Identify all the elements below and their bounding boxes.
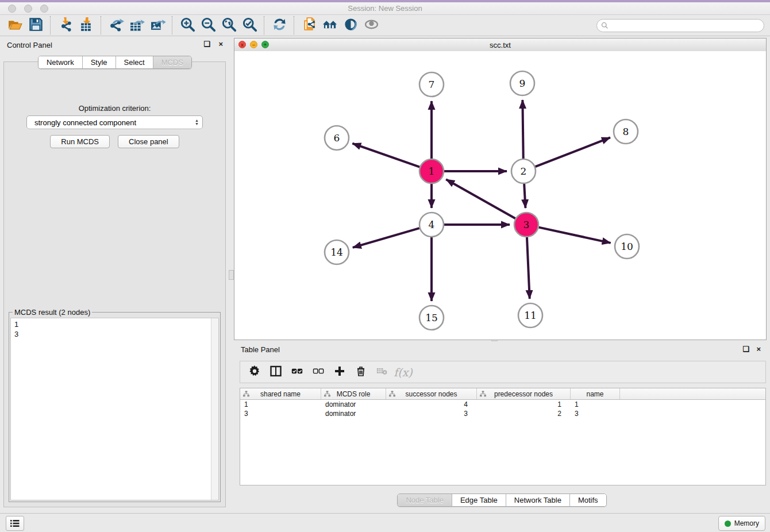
export-image-icon bbox=[150, 17, 165, 34]
graph-node-3[interactable]: 3 bbox=[514, 213, 538, 237]
eye-button[interactable] bbox=[361, 16, 382, 34]
add-column-button[interactable] bbox=[330, 364, 349, 381]
zoom-out-icon bbox=[201, 17, 216, 34]
mcds-result-values: 1 3 bbox=[14, 319, 18, 339]
graph-node-2[interactable]: 2 bbox=[511, 159, 536, 183]
show-panels-button[interactable] bbox=[6, 516, 24, 531]
hierarchy-sort-icon bbox=[243, 391, 249, 399]
refresh-button[interactable] bbox=[269, 16, 290, 34]
tab-network-table[interactable]: Network Table bbox=[506, 494, 569, 506]
cell-MCDS-role[interactable]: dominator bbox=[321, 400, 386, 409]
cell-successor-nodes[interactable]: 4 bbox=[386, 400, 477, 409]
import-table-button[interactable] bbox=[76, 16, 97, 34]
delete-button[interactable] bbox=[351, 364, 370, 381]
graph-node-6[interactable]: 6 bbox=[325, 126, 349, 150]
tab-motifs[interactable]: Motifs bbox=[569, 494, 606, 506]
hide-panel-button[interactable] bbox=[340, 16, 361, 34]
search-input[interactable] bbox=[611, 20, 764, 32]
column-header-name[interactable]: name bbox=[571, 388, 620, 399]
cell-successor-nodes[interactable]: 3 bbox=[386, 409, 477, 418]
toolbar-icon-strip bbox=[5, 16, 382, 34]
table-row[interactable]: 3dominator323 bbox=[240, 409, 765, 418]
graph-edge-1-6[interactable] bbox=[352, 144, 419, 167]
control-panel-title: Control Panel bbox=[7, 41, 52, 49]
column-header-predecessor-nodes[interactable]: predecessor nodes bbox=[477, 388, 571, 399]
memory-status-icon bbox=[725, 521, 731, 527]
column-header-successor-nodes[interactable]: successor nodes bbox=[386, 388, 477, 399]
export-image-button[interactable] bbox=[147, 16, 168, 34]
graph-edge-4-14[interactable] bbox=[353, 228, 419, 248]
network-window-title: scc.txt bbox=[234, 41, 766, 49]
cell-name[interactable]: 1 bbox=[571, 400, 620, 409]
close-panel-button[interactable]: Close panel bbox=[118, 135, 179, 148]
tab-node-table[interactable]: Node Table bbox=[398, 494, 452, 506]
cell-shared-name[interactable]: 3 bbox=[240, 409, 321, 418]
graph-node-11[interactable]: 11 bbox=[518, 303, 542, 327]
deselect-all-button[interactable] bbox=[309, 364, 328, 381]
open-folder-button[interactable] bbox=[5, 16, 25, 34]
column-header-label: successor nodes bbox=[405, 390, 457, 398]
graph-node-4[interactable]: 4 bbox=[419, 213, 444, 237]
float-table-panel-icon[interactable]: ❏ bbox=[742, 345, 749, 353]
result-scrollbar[interactable] bbox=[211, 318, 218, 500]
graph-edge-3-1[interactable] bbox=[446, 179, 515, 218]
graph-node-1[interactable]: 1 bbox=[419, 159, 444, 183]
graph-edge-2-8[interactable] bbox=[536, 137, 610, 167]
graph-node-9[interactable]: 9 bbox=[510, 71, 534, 95]
select-all-button[interactable] bbox=[287, 364, 306, 381]
memory-button[interactable]: Memory bbox=[718, 516, 765, 531]
zoom-in-button[interactable] bbox=[177, 16, 198, 34]
network-canvas[interactable]: 1234678910111415 bbox=[234, 51, 766, 340]
delete-table-icon bbox=[376, 365, 388, 379]
zoom-fit-button[interactable] bbox=[218, 16, 239, 34]
gear-button[interactable] bbox=[245, 364, 264, 381]
close-table-panel-icon[interactable]: × bbox=[756, 345, 761, 353]
graph-node-label: 6 bbox=[334, 132, 340, 144]
zoom-out-button[interactable] bbox=[198, 16, 218, 34]
run-mcds-button[interactable]: Run MCDS bbox=[50, 135, 110, 148]
graph-node-15[interactable]: 15 bbox=[419, 306, 444, 330]
home-icon bbox=[322, 17, 338, 34]
cell-shared-name[interactable]: 1 bbox=[240, 400, 321, 409]
cell-predecessor-nodes[interactable]: 2 bbox=[477, 409, 571, 418]
clone-network-button[interactable] bbox=[299, 16, 319, 34]
tab-network[interactable]: Network bbox=[38, 56, 82, 68]
export-network-button[interactable] bbox=[106, 16, 126, 34]
cell-predecessor-nodes[interactable]: 1 bbox=[477, 400, 571, 409]
save-button[interactable] bbox=[25, 16, 46, 34]
table-panel: Table Panel ❏ × f(x) shared nameMCDS rol… bbox=[234, 342, 770, 513]
tab-select[interactable]: Select bbox=[116, 56, 153, 68]
import-network-icon bbox=[58, 17, 74, 34]
vertical-splitter-handle[interactable] bbox=[229, 270, 234, 280]
graph-edge-3-10[interactable] bbox=[538, 228, 610, 243]
criterion-select[interactable]: strongly connected component ▲▼ bbox=[26, 115, 203, 129]
close-panel-icon[interactable]: × bbox=[218, 40, 223, 48]
float-panel-icon[interactable]: ❏ bbox=[203, 40, 210, 48]
cell-MCDS-role[interactable]: dominator bbox=[321, 409, 386, 418]
cell-name[interactable]: 3 bbox=[571, 409, 620, 418]
zoom-selected-button[interactable] bbox=[239, 16, 260, 34]
home-button[interactable] bbox=[319, 16, 340, 34]
tab-mcds[interactable]: MCDS bbox=[153, 56, 191, 68]
column-view-button[interactable] bbox=[266, 364, 285, 381]
graph-edge-3-11[interactable] bbox=[527, 237, 530, 299]
graph-node-7[interactable]: 7 bbox=[419, 72, 444, 97]
column-header-shared-name[interactable]: shared name bbox=[240, 388, 321, 399]
tab-edge-table[interactable]: Edge Table bbox=[452, 494, 506, 506]
import-network-button[interactable] bbox=[55, 16, 76, 34]
table-row[interactable]: 1dominator411 bbox=[240, 400, 765, 409]
tab-style[interactable]: Style bbox=[82, 56, 116, 68]
column-header-MCDS-role[interactable]: MCDS role bbox=[321, 388, 386, 399]
graph-node-10[interactable]: 10 bbox=[615, 234, 639, 259]
network-window-titlebar[interactable]: x – + scc.txt bbox=[234, 38, 766, 52]
control-panel: Control Panel ❏ × NetworkStyleSelectMCDS… bbox=[0, 36, 230, 513]
save-icon bbox=[28, 17, 44, 34]
graph-node-14[interactable]: 14 bbox=[325, 240, 349, 264]
search-field[interactable] bbox=[596, 19, 764, 32]
mcds-result-textarea[interactable]: 1 3 bbox=[10, 318, 219, 500]
graph-node-label: 11 bbox=[524, 310, 537, 321]
graph-edge-2-3[interactable] bbox=[524, 184, 525, 208]
graph-node-8[interactable]: 8 bbox=[614, 119, 638, 144]
graph-edge-2-9[interactable] bbox=[522, 100, 523, 159]
export-table-button[interactable] bbox=[126, 16, 147, 34]
